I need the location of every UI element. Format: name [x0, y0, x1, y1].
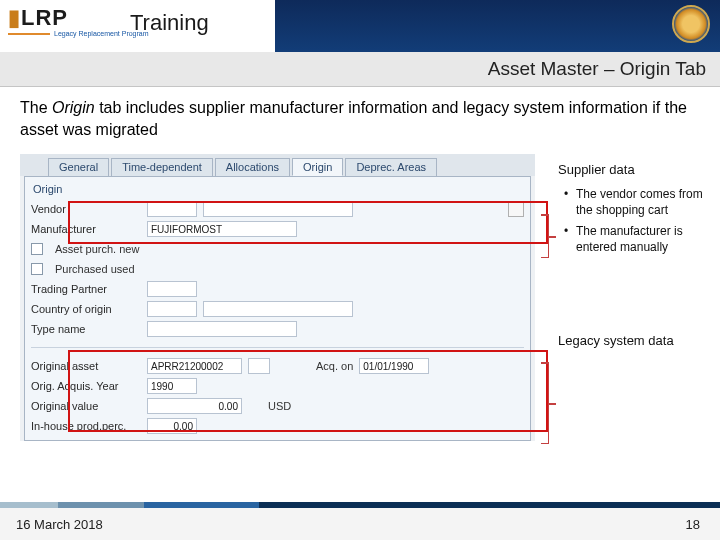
orig-asset-field[interactable]: APRR21200002	[147, 358, 242, 374]
trading-partner-field[interactable]	[147, 281, 197, 297]
sap-screenshot: General Time-dependent Allocations Origi…	[20, 154, 535, 441]
tab-allocations[interactable]: Allocations	[215, 158, 290, 176]
vendor-code-field[interactable]	[147, 201, 197, 217]
bracket-legacy	[541, 362, 549, 444]
tab-general[interactable]: General	[48, 158, 109, 176]
vendor-label: Vendor	[31, 203, 141, 215]
type-field[interactable]	[147, 321, 297, 337]
logo-main: LRP	[21, 5, 68, 30]
orig-value-field[interactable]: 0.00	[147, 398, 242, 414]
logo-text: ▮LRP	[8, 5, 149, 31]
bullet-manufacturer: The manufacturer is entered manually	[564, 224, 708, 255]
supplier-heading: Supplier data	[558, 162, 708, 177]
type-label: Type name	[31, 323, 141, 335]
header-title: Training	[130, 10, 209, 36]
orig-value-label: Original value	[31, 400, 141, 412]
intro-rest: tab includes supplier manufacturer infor…	[20, 99, 687, 138]
intro-prefix: The	[20, 99, 52, 116]
tab-origin[interactable]: Origin	[292, 158, 343, 176]
acq-on-field[interactable]: 01/01/1990	[359, 358, 429, 374]
tab-deprec-areas[interactable]: Deprec. Areas	[345, 158, 437, 176]
country-field[interactable]	[147, 301, 197, 317]
purchased-used-checkbox[interactable]	[31, 263, 43, 275]
slide-header: ▮LRP Legacy Replacement Program Training	[0, 0, 720, 52]
footer-date: 16 March 2018	[16, 517, 103, 532]
lookup-icon[interactable]	[508, 201, 524, 217]
footer-page: 18	[686, 517, 700, 532]
intro-text: The Origin tab includes supplier manufac…	[0, 87, 720, 148]
intro-em: Origin	[52, 99, 95, 116]
inhouse-field[interactable]: 0.00	[147, 418, 197, 434]
asset-purch-checkbox[interactable]	[31, 243, 43, 255]
annotations: Supplier data The vendor comes from the …	[558, 162, 708, 348]
orig-year-label: Orig. Acquis. Year	[31, 380, 141, 392]
manufacturer-label: Manufacturer	[31, 223, 141, 235]
orig-value-currency: USD	[268, 400, 291, 412]
orig-asset-label: Original asset	[31, 360, 141, 372]
tab-time-dependent[interactable]: Time-dependent	[111, 158, 213, 176]
vendor-name-field[interactable]	[203, 201, 353, 217]
orig-year-field[interactable]: 1990	[147, 378, 197, 394]
purchased-used-label: Purchased used	[55, 263, 135, 275]
country-label: Country of origin	[31, 303, 141, 315]
trading-partner-label: Trading Partner	[31, 283, 141, 295]
orig-asset-sub-field[interactable]	[248, 358, 270, 374]
footer: 16 March 2018 18	[0, 508, 720, 540]
bullet-vendor: The vendor comes from the shopping cart	[564, 187, 708, 218]
manufacturer-field[interactable]: FUJIFORMOST	[147, 221, 297, 237]
bracket-supplier	[541, 214, 549, 258]
sap-tabstrip: General Time-dependent Allocations Origi…	[20, 154, 535, 176]
page-subtitle: Asset Master – Origin Tab	[0, 52, 720, 87]
inhouse-label: In-house prod.perc.	[31, 420, 141, 432]
group-title: Origin	[31, 181, 524, 199]
acq-on-label: Acq. on	[316, 360, 353, 372]
seal-icon	[672, 5, 710, 43]
logo: ▮LRP Legacy Replacement Program	[8, 5, 149, 37]
country-desc-field[interactable]	[203, 301, 353, 317]
asset-purch-label: Asset purch. new	[55, 243, 139, 255]
legacy-heading: Legacy system data	[558, 333, 708, 348]
logo-subtitle: Legacy Replacement Program	[8, 30, 149, 37]
sap-panel: Origin Vendor Manufacturer FUJIFORMOST A…	[24, 176, 531, 441]
